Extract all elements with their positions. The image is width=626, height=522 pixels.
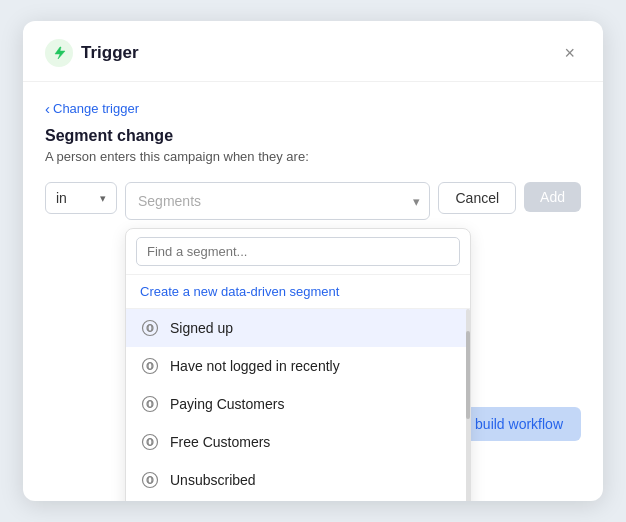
close-button[interactable]: ×: [558, 42, 581, 64]
trigger-modal: Trigger × ‹ Change trigger Segment chang…: [23, 21, 603, 501]
segments-dropdown: Create a new data-driven segment Signed …: [125, 228, 471, 501]
modal-header: Trigger ×: [23, 21, 603, 82]
condition-chevron: ▾: [100, 192, 106, 205]
back-link[interactable]: ‹ Change trigger: [45, 100, 581, 117]
segments-select[interactable]: Segments: [125, 182, 430, 220]
section-title: Segment change: [45, 127, 581, 145]
svg-point-9: [148, 477, 152, 484]
modal-title: Trigger: [81, 43, 550, 63]
svg-point-6: [143, 435, 158, 450]
filter-row: in ▾ Segments ▾ Cancel Add Create a new …: [45, 182, 581, 220]
segment-icon-unsubscribed: [140, 470, 160, 490]
segments-placeholder: Segments: [138, 193, 201, 209]
segment-item-label-signed-up: Signed up: [170, 320, 233, 336]
segment-icon-free-customers: [140, 432, 160, 452]
segment-icon-paying-customers: [140, 394, 160, 414]
svg-point-0: [143, 321, 158, 336]
segment-item-signed-up[interactable]: Signed up: [126, 309, 470, 347]
trigger-icon: [45, 39, 73, 67]
dropdown-search-area: [126, 229, 470, 275]
back-chevron: ‹: [45, 100, 50, 117]
segment-item-valid-email[interactable]: Valid Email Address: [126, 499, 470, 501]
svg-point-1: [148, 325, 152, 332]
segment-list: Signed up Have not logged in recently Pa…: [126, 309, 470, 501]
create-segment-link[interactable]: Create a new data-driven segment: [126, 275, 470, 309]
svg-point-8: [143, 473, 158, 488]
segment-icon-not-logged-in: [140, 356, 160, 376]
svg-point-2: [143, 359, 158, 374]
segment-item-label-paying-customers: Paying Customers: [170, 396, 284, 412]
segments-chevron-icon: ▾: [413, 194, 420, 209]
segment-item-label-unsubscribed: Unsubscribed: [170, 472, 256, 488]
condition-value: in: [56, 190, 67, 206]
segments-select-wrap: Segments ▾: [125, 182, 430, 220]
svg-point-4: [143, 397, 158, 412]
segment-item-not-logged-in[interactable]: Have not logged in recently: [126, 347, 470, 385]
scrollbar-thumb: [466, 331, 470, 419]
modal-body: ‹ Change trigger Segment change A person…: [23, 82, 603, 242]
segment-search-input[interactable]: [136, 237, 460, 266]
section-description: A person enters this campaign when they …: [45, 149, 581, 164]
segment-item-free-customers[interactable]: Free Customers: [126, 423, 470, 461]
segment-item-label-not-logged-in: Have not logged in recently: [170, 358, 340, 374]
back-link-label: Change trigger: [53, 101, 139, 116]
svg-point-5: [148, 401, 152, 408]
segment-item-unsubscribed[interactable]: Unsubscribed: [126, 461, 470, 499]
svg-point-7: [148, 439, 152, 446]
cancel-button[interactable]: Cancel: [438, 182, 516, 214]
scrollbar[interactable]: [466, 309, 470, 501]
segment-item-label-free-customers: Free Customers: [170, 434, 270, 450]
segment-item-paying-customers[interactable]: Paying Customers: [126, 385, 470, 423]
add-button[interactable]: Add: [524, 182, 581, 212]
svg-point-3: [148, 363, 152, 370]
segment-icon-signed-up: [140, 318, 160, 338]
condition-select[interactable]: in ▾: [45, 182, 117, 214]
